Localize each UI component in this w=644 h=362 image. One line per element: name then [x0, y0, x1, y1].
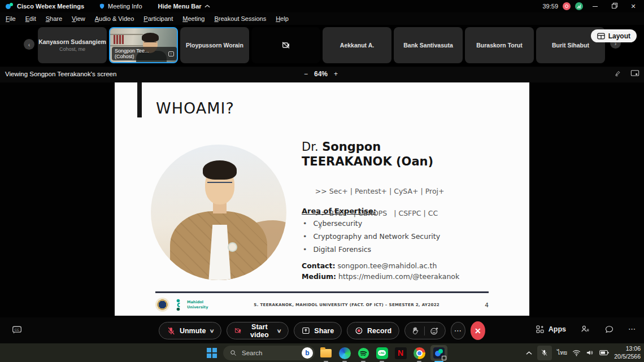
battery-icon[interactable]	[599, 350, 609, 356]
medium-url: https://medium.com/@teerakanok	[338, 272, 459, 281]
start-button[interactable]	[204, 346, 219, 360]
shield-icon	[99, 3, 105, 10]
chevron-down-icon: ∨	[209, 328, 214, 334]
contact-label: Contact:	[302, 261, 335, 270]
ict-logo-icon	[175, 298, 182, 312]
speaker-name: Dr. Songpon TEERAKANOK (Oan)	[302, 140, 433, 169]
unmute-label: Unmute	[180, 327, 206, 335]
unmute-button[interactable]: Unmute ∨	[159, 322, 221, 339]
layout-button[interactable]: Layout	[591, 29, 637, 42]
participant-tile[interactable]: Kanyasorn Sudsangiem Cohost, me	[38, 27, 107, 63]
pill-divider	[424, 326, 425, 335]
record-icon	[355, 326, 363, 335]
slide-title: WHOAMI?	[156, 99, 234, 117]
panel-more-icon[interactable]: ⋯	[628, 325, 636, 333]
volume-icon[interactable]	[586, 349, 594, 356]
zoom-out-button[interactable]: −	[304, 70, 308, 78]
participant-name: Burit Sihabut	[552, 42, 589, 49]
meeting-info-label: Meeting Info	[108, 3, 142, 10]
minimize-icon	[593, 6, 598, 7]
mic-muted-icon	[167, 326, 176, 335]
medium-label: Medium:	[302, 272, 336, 281]
zoom-in-button[interactable]: +	[334, 70, 338, 78]
slide-page-number: 4	[485, 302, 489, 308]
restore-button[interactable]	[607, 0, 621, 12]
participant-tile[interactable]: Ploypussorn Worain	[180, 27, 249, 63]
webex-logo-icon	[6, 3, 13, 10]
participant-tile-active-video[interactable]: Songpon Tee... (Cohost) ↑	[109, 27, 178, 63]
chat-icon[interactable]	[604, 325, 614, 334]
tray-mic-muted[interactable]	[537, 346, 552, 360]
closed-captions-icon: CC	[11, 325, 23, 335]
line-icon: LINE	[376, 347, 388, 359]
meeting-timer: 39:59	[542, 3, 558, 10]
taskbar-clock[interactable]: 13:06 20/5/2566	[614, 345, 641, 360]
tray-chevron-up-icon[interactable]	[526, 351, 532, 355]
reactions-smiley-icon[interactable]	[430, 326, 439, 335]
raise-hand-icon[interactable]	[411, 326, 419, 335]
taskbar-webex-active[interactable]	[430, 345, 447, 361]
recording-indicator-icon[interactable]	[563, 2, 571, 10]
tray-mic-muted-icon	[541, 349, 548, 356]
menu-breakout-sessions[interactable]: Breakout Sessions	[214, 15, 266, 22]
zoom-level[interactable]: 64%	[314, 70, 328, 78]
closed-captions-button[interactable]: CC	[11, 325, 23, 335]
taskbar-spotify[interactable]	[356, 346, 371, 360]
participant-tile-no-video[interactable]	[251, 27, 320, 63]
restore-icon	[612, 4, 616, 8]
slide-footer-text: S. TEERAKANOK, MAHIDOL UNIVERSITY (FACT.…	[208, 303, 485, 307]
wifi-icon[interactable]	[572, 350, 581, 356]
participant-tile[interactable]: Aekkanut A.	[323, 27, 391, 63]
apps-label: Apps	[549, 325, 566, 333]
menu-view[interactable]: View	[72, 15, 85, 22]
apps-button[interactable]: Apps	[536, 325, 566, 334]
participants-icon[interactable]	[580, 324, 590, 334]
close-button[interactable]: ✕	[626, 0, 641, 12]
slide-footer: Mahidol University S. TEERAKANOK, MAHIDO…	[155, 298, 489, 312]
taskbar-chrome[interactable]	[412, 346, 427, 360]
menu-audio-video[interactable]: Audio & Video	[95, 15, 134, 22]
participant-tile[interactable]: Bank Santivasuta	[394, 27, 463, 63]
language-indicator[interactable]: ไทย	[557, 348, 567, 357]
meeting-info-button[interactable]: Meeting Info	[99, 3, 142, 10]
menu-bar: File Edit Share View Audio & Video Parti…	[0, 12, 644, 25]
participant-name: Kanyasorn Sudsangiem	[38, 38, 106, 45]
menu-edit[interactable]: Edit	[25, 15, 36, 22]
netflix-icon: N	[395, 347, 407, 359]
taskbar-line[interactable]: LINE	[375, 346, 389, 360]
more-options-icon: ⋯	[454, 326, 462, 335]
annotate-pen-icon[interactable]	[614, 69, 623, 77]
start-video-button[interactable]: Start video ∨	[227, 322, 289, 339]
more-options-button[interactable]: ⋯	[451, 322, 465, 339]
taskbar-edge[interactable]	[337, 346, 352, 360]
minimize-button[interactable]	[588, 0, 602, 12]
taskbar-file-explorer[interactable]	[319, 346, 333, 360]
leave-meeting-button[interactable]: ✕	[471, 321, 486, 340]
screen-share-icon: ↑	[168, 51, 174, 56]
menu-file[interactable]: File	[6, 15, 16, 22]
layout-button-label: Layout	[608, 32, 630, 40]
menu-share[interactable]: Share	[46, 15, 62, 22]
hide-menu-bar-button[interactable]: Hide Menu Bar	[158, 3, 210, 10]
apps-grid-icon	[536, 325, 545, 334]
window-titlebar: Cisco Webex Meetings Meeting Info Hide M…	[0, 0, 644, 12]
taskbar-netflix[interactable]: N	[393, 346, 408, 360]
windows-logo-icon	[207, 348, 217, 358]
menu-help[interactable]: Help	[276, 15, 289, 22]
windows-taskbar: Search b LINE N	[0, 343, 644, 362]
connection-quality-icon[interactable]	[575, 2, 583, 10]
edge-icon	[339, 347, 351, 359]
close-icon: ✕	[630, 3, 636, 10]
taskbar-search-input[interactable]: Search b	[223, 346, 315, 360]
participant-name: Aekkanut A.	[340, 42, 374, 49]
filmstrip-prev-button[interactable]: ‹	[24, 39, 34, 50]
search-placeholder: Search	[242, 350, 262, 356]
menu-participant[interactable]: Participant	[143, 15, 173, 22]
display-options-icon[interactable]	[630, 69, 639, 77]
participant-tile[interactable]: Buraskorn Torut	[465, 27, 534, 63]
share-label: Share	[314, 327, 334, 335]
record-button[interactable]: Record	[347, 322, 399, 339]
share-button[interactable]: Share	[294, 322, 342, 339]
participant-name: Bank Santivasuta	[403, 42, 453, 49]
menu-meeting[interactable]: Meeting	[182, 15, 204, 22]
